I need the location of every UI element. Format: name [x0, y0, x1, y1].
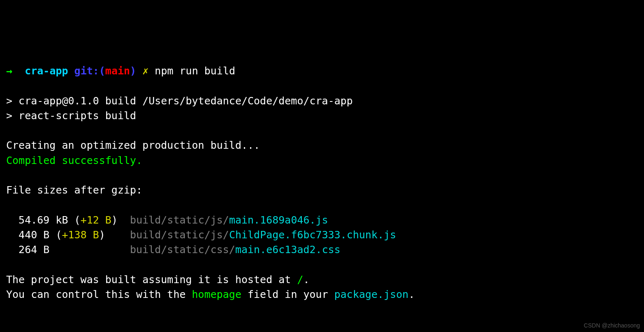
- npm-run-line-1: > cra-app@0.1.0 build /Users/bytedance/C…: [6, 95, 353, 107]
- file-size: 440 B: [19, 229, 56, 241]
- file-delta: +138 B: [62, 229, 99, 241]
- git-close-paren: ): [130, 65, 136, 77]
- file-size: 264 B: [19, 244, 49, 256]
- npm-run-line-2: > react-scripts build: [6, 110, 136, 122]
- git-branch: main: [105, 65, 130, 77]
- command-text[interactable]: npm run build: [155, 65, 235, 77]
- build-creating-text: Creating an optimized production build..…: [6, 139, 260, 151]
- git-label: git:(: [74, 65, 105, 77]
- homepage-keyword: homepage: [192, 288, 241, 300]
- hosted-info-text: The project was built assuming it is hos…: [6, 274, 297, 286]
- git-dirty-icon: ✗: [142, 65, 148, 77]
- file-path-name: main.e6c13ad2.css: [235, 244, 341, 256]
- file-path-dir: build/static/js/: [130, 229, 229, 241]
- prompt-arrow-icon: →: [6, 65, 12, 77]
- build-compiled-text: Compiled successfully.: [6, 154, 142, 166]
- terminal-output: → cra-app git:(main) ✗ npm run build > c…: [6, 64, 638, 302]
- package-json-keyword: package.json: [334, 288, 409, 300]
- file-size: 54.69 kB: [19, 214, 74, 226]
- file-path-name: main.1689a046.js: [229, 214, 328, 226]
- file-path-dir: build/static/css/: [130, 244, 235, 256]
- file-path-name: ChildPage.f6bc7333.chunk.js: [229, 229, 396, 241]
- prompt-directory: cra-app: [25, 65, 68, 77]
- file-sizes-header: File sizes after gzip:: [6, 184, 142, 196]
- file-delta: +12 B: [81, 214, 111, 226]
- watermark-text: CSDN @zhichaosong: [584, 321, 640, 330]
- file-path-dir: build/static/js/: [130, 214, 229, 226]
- control-info-text: You can control this with the: [6, 288, 192, 300]
- hosted-path: /: [297, 274, 303, 286]
